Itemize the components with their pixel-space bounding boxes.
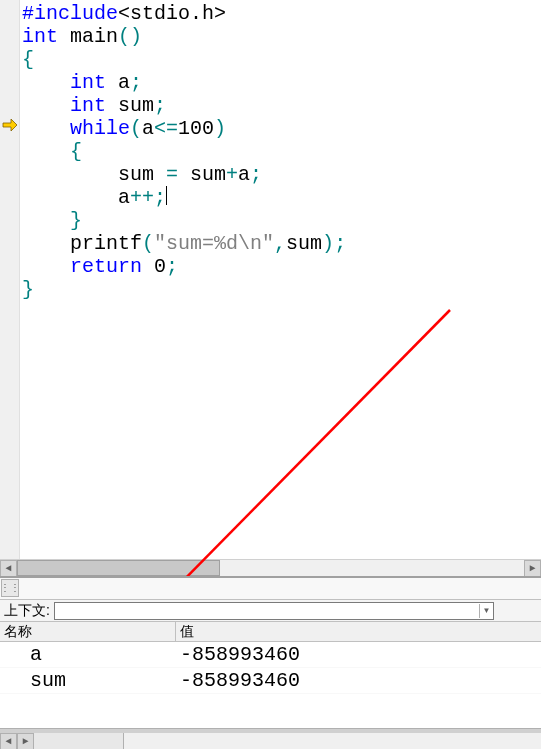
scroll-right-button[interactable]: ► [524,560,541,576]
debug-toolbar: ⋮⋮ [0,578,541,600]
context-dropdown[interactable]: ▼ [54,602,494,620]
scroll-thumb[interactable] [17,560,220,576]
debug-watch-panel: ⋮⋮ 上下文: ▼ 名称 值 a-858993460sum-858993460 … [0,576,541,749]
code-line[interactable]: #include<stdio.h> [22,2,346,25]
variable-value: -858993460 [176,642,541,667]
editor-gutter [0,0,20,576]
text-caret [166,186,167,205]
annotation-arrow-icon [70,300,470,576]
code-line[interactable]: while(a<=100) [22,117,346,140]
code-line[interactable]: int sum; [22,94,346,117]
code-line[interactable]: { [22,140,346,163]
toolbar-grip-icon[interactable]: ⋮⋮ [1,579,19,597]
code-line[interactable]: return 0; [22,255,346,278]
variable-row[interactable]: a-858993460 [0,642,541,668]
scroll-left-button[interactable]: ◄ [0,560,17,576]
tab-scroll-left-button[interactable]: ◄ [0,733,17,749]
header-name[interactable]: 名称 [0,622,176,641]
context-bar: 上下文: ▼ [0,600,541,622]
tab-scroll-right-button[interactable]: ► [17,733,34,749]
header-value[interactable]: 值 [176,622,541,641]
code-line[interactable]: { [22,48,346,71]
variable-value: -858993460 [176,668,541,693]
code-line[interactable]: a++; [22,186,346,209]
panel-tab[interactable] [34,733,124,749]
code-line[interactable]: } [22,209,346,232]
variables-header: 名称 值 [0,622,541,642]
variables-table: 名称 值 a-858993460sum-858993460 [0,622,541,694]
code-line[interactable]: } [22,278,346,301]
execution-arrow-icon [1,116,19,134]
code-content[interactable]: #include<stdio.h>int main(){ int a; int … [20,0,348,303]
panel-tab-bar: ◄ ► [0,732,541,749]
editor-horizontal-scrollbar[interactable]: ◄ ► [0,559,541,576]
variable-name: sum [0,668,176,693]
scroll-track[interactable] [17,560,524,576]
svg-line-0 [100,310,450,576]
chevron-down-icon: ▼ [479,604,493,618]
code-line[interactable]: int a; [22,71,346,94]
code-line[interactable]: int main() [22,25,346,48]
context-label: 上下文: [4,602,50,620]
variable-row[interactable]: sum-858993460 [0,668,541,694]
code-editor[interactable]: #include<stdio.h>int main(){ int a; int … [0,0,541,576]
code-line[interactable]: printf("sum=%d\n",sum); [22,232,346,255]
code-line[interactable]: sum = sum+a; [22,163,346,186]
variable-name: a [0,642,176,667]
